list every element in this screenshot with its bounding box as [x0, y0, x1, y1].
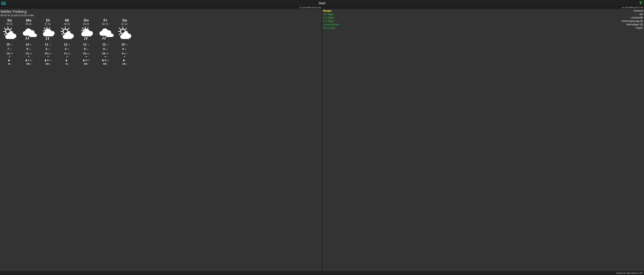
weather-icon	[116, 26, 133, 41]
rain-probability: 63%	[38, 62, 58, 65]
temp-high: 12 °C	[96, 43, 115, 46]
wind-speed: 9km/h	[115, 52, 134, 55]
main-area: 25. OKTOBER 2020 13:49 Wetter Freiberg 5…	[0, 7, 644, 271]
wind-speed: 13km/h	[0, 52, 19, 55]
precipitation: -	[115, 59, 134, 62]
events-panel: 25. OKTOBER 2020 13:30 MorgenRestmüllIn …	[322, 7, 644, 271]
forecast-day: Do29.10.11 °C8 °C19km/h4mm58%	[77, 18, 96, 65]
event-what: Leichtstoffe	[631, 16, 643, 19]
forecast-dow: Mi	[58, 18, 77, 22]
forecast-dow: Fr	[96, 18, 115, 22]
forecast-date: 29.10.	[77, 22, 96, 25]
menu-button[interactable]	[1, 1, 6, 6]
rain-probability: 16%	[115, 62, 134, 65]
forecast-date: 26.10.	[19, 22, 38, 25]
forecast-date: 31.10.	[115, 22, 134, 25]
forecast-dow: Sa	[115, 18, 134, 22]
weather-icon	[59, 26, 75, 41]
forecast-day: So25.10.15 °C7 °C13km/h-0%	[0, 18, 19, 65]
forecast-day: Sa31.10.15 °C8 °C9km/h-16%	[115, 18, 134, 65]
weather-title: Wetter Freiberg	[0, 10, 322, 14]
temp-high: 11 °C	[77, 43, 96, 46]
event-row: In 4 TagenBio	[322, 12, 644, 16]
weather-icon	[97, 26, 114, 41]
event-what: Papier	[636, 26, 643, 30]
forecast-day: Fr30.10.12 °C8 °C18km/h9mm65%	[96, 18, 115, 65]
wind-direction-icon	[58, 55, 77, 58]
svg-point-0	[640, 3, 641, 4]
footer: minuvis for web version 1.6.0	[0, 271, 644, 275]
forecast-day: Di27.10.11 °C5 °C10km/h4mm63%	[38, 18, 58, 65]
events-list: MorgenRestmüllIn 4 TagenBioIn 5 TagenLei…	[322, 9, 644, 30]
app-header: Start	[0, 0, 644, 7]
temp-low: 8 °C	[115, 48, 134, 51]
forecast-day: Mo26.10.14 °C8 °C12km/h1mm65%	[19, 18, 38, 65]
rain-probability: 0%	[0, 62, 19, 65]
temp-low: 5 °C	[38, 48, 58, 51]
rain-probability: 65%	[19, 62, 38, 65]
event-what: Reformationstag (§)	[622, 20, 643, 22]
precipitation: 4mm	[77, 59, 96, 62]
temp-low: 8 °C	[77, 48, 96, 51]
hamburger-icon	[1, 2, 6, 2]
forecast-date: 30.10.	[96, 22, 115, 25]
drop-icon	[123, 59, 125, 62]
event-when: 06.11.2020	[323, 26, 335, 30]
wind-speed: 10km/h	[38, 52, 58, 55]
weather-icon	[20, 26, 37, 41]
wind-direction-icon	[77, 55, 96, 58]
forecast-dow: Mo	[19, 18, 38, 22]
weather-icon	[78, 26, 94, 41]
drop-icon	[102, 59, 104, 62]
forecast-date: 25.10.	[0, 22, 19, 25]
temp-high: 15 °C	[115, 43, 134, 46]
event-when: Morgen	[323, 9, 332, 12]
drop-icon	[44, 59, 47, 62]
panel-timestamp: 25. OKTOBER 2020 13:49	[0, 7, 322, 9]
drop-icon	[82, 59, 85, 62]
wind-speed: 18km/h	[96, 52, 115, 55]
wind-direction-icon	[96, 55, 115, 58]
event-what: Allerheiligen (§)	[626, 23, 643, 26]
precipitation: 9mm	[96, 59, 115, 62]
drop-icon	[65, 59, 68, 62]
weather-icon	[1, 26, 18, 41]
event-what: Restmüll	[634, 9, 643, 12]
wind-direction-icon	[38, 55, 58, 58]
connection-icon	[638, 1, 643, 6]
temp-high: 15 °C	[0, 43, 19, 46]
forecast-day: Mi28.10.12 °C5 °C17km/h-4%	[58, 18, 77, 65]
wind-speed: 19km/h	[77, 52, 96, 55]
temp-low: 8 °C	[96, 48, 115, 51]
event-row: In einer WocheAllerheiligen (§)	[322, 23, 644, 26]
temp-low: 7 °C	[0, 48, 19, 51]
event-row: 06.11.2020Papier	[322, 26, 644, 30]
rain-probability: 65%	[96, 62, 115, 65]
wind-direction-icon	[115, 55, 134, 58]
version-label: minuvis for web version 1.6.0	[616, 272, 643, 274]
event-when: In 6 Tagen	[323, 20, 334, 22]
weather-panel: 25. OKTOBER 2020 13:49 Wetter Freiberg 5…	[0, 7, 322, 271]
forecast-dow: So	[0, 18, 19, 22]
event-row: MorgenRestmüll	[322, 9, 644, 12]
temp-high: 11 °C	[38, 43, 58, 46]
rain-probability: 58%	[77, 62, 96, 65]
temp-high: 14 °C	[19, 43, 38, 46]
event-row: In 6 TagenReformationstag (§)	[322, 19, 644, 23]
wind-speed: 12km/h	[19, 52, 38, 55]
event-when: In 5 Tagen	[323, 16, 334, 19]
event-what: Bio	[640, 13, 643, 16]
precipitation: -	[58, 59, 77, 62]
temp-low: 5 °C	[58, 48, 77, 51]
forecast-date: 28.10.	[58, 22, 77, 25]
wind-direction-icon	[19, 55, 38, 58]
forecast-date: 27.10.	[38, 22, 58, 25]
forecast-dow: Di	[38, 18, 58, 22]
precipitation: 1mm	[19, 59, 38, 62]
weather-subtitle: 50.91°N 13.34°O 412m ü.NN	[0, 14, 322, 17]
rain-probability: 4%	[58, 62, 77, 65]
precipitation: 4mm	[38, 59, 58, 62]
drop-icon	[25, 59, 28, 62]
panel-timestamp: 25. OKTOBER 2020 13:30	[322, 7, 644, 9]
event-when: In 4 Tagen	[323, 13, 334, 16]
